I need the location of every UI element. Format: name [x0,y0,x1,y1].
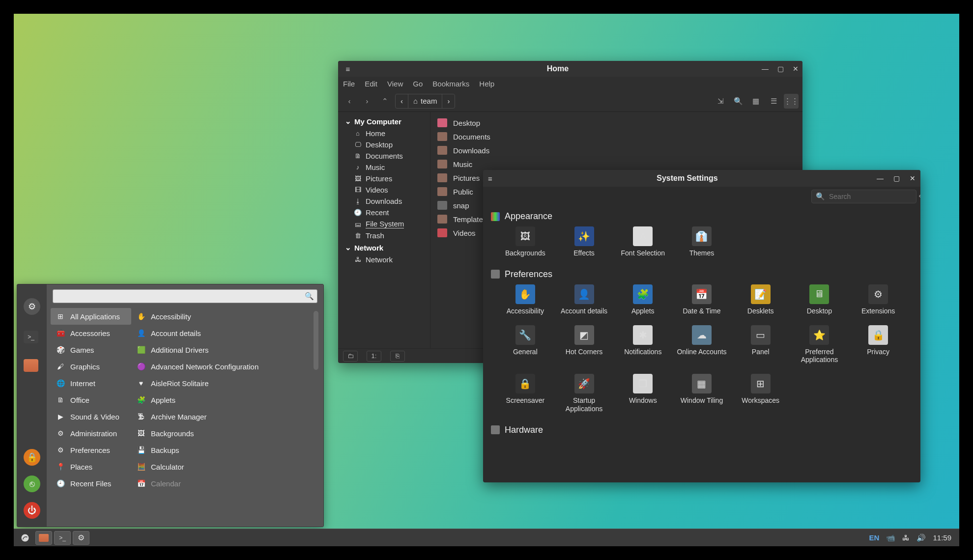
settings-tile-desklets[interactable]: 📝Desklets [732,284,789,315]
statusbar-close-pane-button[interactable]: ⎘ [390,351,405,362]
settings-tile-privacy[interactable]: 🔒Privacy [850,325,907,364]
file-row[interactable]: Downloads [435,143,798,157]
minimize-button[interactable]: — [877,174,884,182]
sidebar-item-network[interactable]: 🖧Network [340,254,428,265]
menu-go[interactable]: Go [413,80,423,88]
settings-tile-windows[interactable]: ❐Windows [614,374,671,413]
settings-tile-preferred-applications[interactable]: ⭐Preferred Applications [791,325,848,364]
menu-view[interactable]: View [387,80,403,88]
settings-tile-desktop[interactable]: 🖥Desktop [791,284,848,315]
scrollbar[interactable] [314,311,318,370]
category-recent-files[interactable]: 🕘Recent Files [51,475,131,492]
app-backups[interactable]: 💾Backups [131,442,319,458]
settings-tile-hot-corners[interactable]: ◩Hot Corners [556,325,613,364]
sidebar-item-pictures[interactable]: 🖼Pictures [340,173,428,184]
settings-tile-notifications[interactable]: ✱Notifications [614,325,671,364]
app-account-details[interactable]: 👤Account details [131,325,319,341]
view-compact-button[interactable]: ⋮⋮ [784,94,799,109]
settings-tile-date-time[interactable]: 📅Date & Time [673,284,730,315]
desktop[interactable]: ≡ Home — ▢ ✕ FileEditViewGoBookmarksHelp… [14,14,959,546]
settings-search-input[interactable] [829,193,915,200]
settings-tile-panel[interactable]: ▭Panel [732,325,789,364]
taskbar-terminal-button[interactable]: >_ [54,531,71,545]
app-archive-manager[interactable]: 🗜Archive Manager [131,408,319,425]
category-games[interactable]: 🎲Games [51,341,131,358]
settings-tile-screensaver[interactable]: 🔒Screensaver [497,374,554,413]
app-advanced-network-configuration[interactable]: 🟣Advanced Network Configuration [131,358,319,375]
clear-icon[interactable]: ⌫ [919,192,920,201]
nav-forward-button[interactable]: › [360,94,374,109]
category-preferences[interactable]: ⚙Preferences [51,442,131,458]
sidebar-item-documents[interactable]: 🗎Documents [340,150,428,162]
network-tray-icon[interactable]: 🖧 [902,533,910,542]
settings-tile-general[interactable]: 🔧General [497,325,554,364]
sidebar-item-desktop[interactable]: 🖵Desktop [340,139,428,150]
power-icon[interactable]: ⏻ [24,502,40,519]
terminal-icon[interactable]: >_ [24,331,38,343]
close-button[interactable]: ✕ [910,174,916,182]
sidebar-item-home[interactable]: ⌂Home [340,128,428,139]
system-settings-window[interactable]: ≡ System Settings — ▢ ✕ 🔍 ⌫ Appearance🖼B… [483,170,920,482]
settings-search[interactable]: 🔍 ⌫ [811,190,916,203]
search-button[interactable]: 🔍 [731,94,745,109]
category-accessories[interactable]: 🧰Accessories [51,325,131,341]
toggle-location-button[interactable]: ⇲ [713,94,728,109]
settings-tile-window-tiling[interactable]: ▦Window Tiling [673,374,730,413]
maximize-button[interactable]: ▢ [893,174,900,182]
settings-tile-backgrounds[interactable]: 🖼Backgrounds [497,226,554,257]
menu-button[interactable] [17,531,33,545]
taskbar-files-button[interactable] [35,531,52,545]
statusbar-treeview-button[interactable]: 1: [367,351,381,362]
menu-help[interactable]: Help [479,80,494,88]
menu-edit[interactable]: Edit [365,80,377,88]
view-icon-button[interactable]: ▦ [748,94,763,109]
sidebar-item-music[interactable]: ♪Music [340,162,428,173]
volume-tray-icon[interactable]: 🔊 [916,533,926,542]
lock-icon[interactable]: 🔒 [24,449,40,466]
path-breadcrumb[interactable]: ‹ ⌂ team › [395,94,455,109]
nav-up-button[interactable]: ⌃ [377,94,392,109]
app-accessibility[interactable]: ✋Accessibility [131,308,319,325]
app-applets[interactable]: 🧩Applets [131,392,319,408]
settings-tile-online-accounts[interactable]: ☁Online Accounts [673,325,730,364]
sidebar-item-recent[interactable]: 🕘Recent [340,207,428,218]
category-graphics[interactable]: 🖌Graphics [51,358,131,375]
fm-titlebar[interactable]: ≡ Home — ▢ ✕ [338,61,802,77]
hamburger-icon[interactable]: ≡ [488,174,498,183]
category-office[interactable]: 🗎Office [51,392,131,408]
settings-tile-extensions[interactable]: ⚙Extensions [850,284,907,315]
settings-tile-startup-applications[interactable]: 🚀Startup Applications [556,374,613,413]
sidebar-item-file-system[interactable]: 🖴File System [340,218,428,230]
appmenu-search-input[interactable] [56,292,305,301]
hamburger-icon[interactable]: ≡ [342,65,354,73]
sidebar-item-trash[interactable]: 🗑Trash [340,230,428,241]
menu-file[interactable]: File [343,80,355,88]
path-next-icon[interactable]: › [442,94,455,108]
taskbar[interactable]: >_ ⚙ EN 📹 🖧 🔊 11:59 [14,529,959,546]
category-administration[interactable]: ⚙Administration [51,425,131,442]
minimize-button[interactable]: — [762,65,769,73]
app-aisleriot-solitaire[interactable]: ♥AisleRiot Solitaire [131,375,319,392]
sidebar-group-network[interactable]: ⌄Network [340,241,428,254]
settings-tile-account-details[interactable]: 👤Account details [556,284,613,315]
taskbar-settings-button[interactable]: ⚙ [73,531,89,545]
view-list-button[interactable]: ☰ [766,94,781,109]
menu-bookmarks[interactable]: Bookmarks [432,80,469,88]
settings-tile-themes[interactable]: 👔Themes [673,226,730,257]
file-row[interactable]: Desktop [435,116,798,130]
settings-tile-accessibility[interactable]: ✋Accessibility [497,284,554,315]
sidebar-item-downloads[interactable]: ⭳Downloads [340,196,428,207]
nav-back-button[interactable]: ‹ [342,94,357,109]
settings-tile-effects[interactable]: ✨Effects [556,226,613,257]
category-sound-video[interactable]: ▶Sound & Video [51,408,131,425]
close-button[interactable]: ✕ [793,65,799,73]
language-indicator[interactable]: EN [869,533,880,542]
app-additional-drivers[interactable]: 🟩Additional Drivers [131,341,319,358]
file-row[interactable]: Music [435,157,798,171]
camera-tray-icon[interactable]: 📹 [886,533,895,542]
category-places[interactable]: 📍Places [51,458,131,475]
app-backgrounds[interactable]: 🖼Backgrounds [131,425,319,442]
category-all-applications[interactable]: ⊞All Applications [51,308,131,325]
appmenu-search[interactable]: 🔍 [53,289,317,303]
path-home[interactable]: ⌂ team [408,94,442,108]
